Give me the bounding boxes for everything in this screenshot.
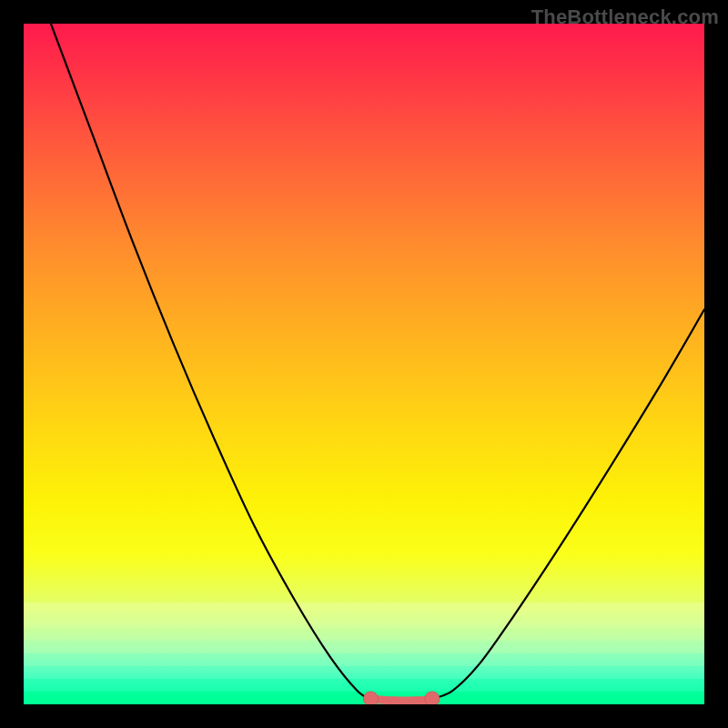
svg-point-0 (363, 692, 378, 704)
plot-area (24, 24, 704, 704)
watermark-text: TheBottleneck.com (531, 5, 719, 29)
chart-frame: TheBottleneck.com (0, 0, 728, 728)
bottleneck-curve (24, 24, 704, 704)
svg-point-1 (425, 692, 440, 704)
